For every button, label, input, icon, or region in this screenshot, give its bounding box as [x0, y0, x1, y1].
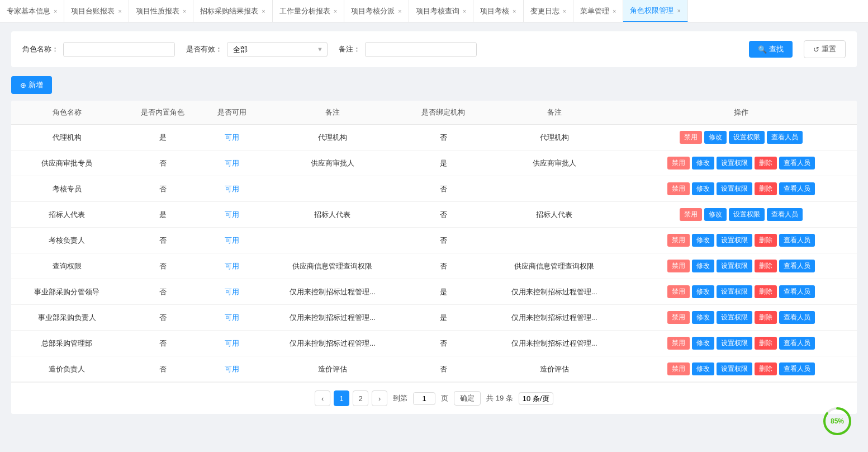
action-btn-设置权限-3[interactable]: 设置权限 [729, 208, 765, 221]
action-btn-禁用-8[interactable]: 禁用 [667, 337, 690, 350]
action-btn-修改-3[interactable]: 修改 [704, 208, 727, 221]
action-btn-设置权限-9[interactable]: 设置权限 [717, 362, 752, 375]
action-btn-禁用-2[interactable]: 禁用 [667, 182, 690, 195]
tab-item-7[interactable]: 项目考核× [473, 0, 523, 22]
effective-select[interactable]: 全部 是 否 [227, 42, 328, 57]
action-btn-查看人员-9[interactable]: 查看人员 [779, 362, 815, 375]
action-btn-设置权限-1[interactable]: 设置权限 [717, 157, 752, 170]
tab-item-2[interactable]: 项目性质报表× [129, 0, 193, 22]
action-btn-查看人员-4[interactable]: 查看人员 [779, 234, 815, 247]
close-icon-6[interactable]: × [463, 8, 466, 15]
action-btn-禁用-6[interactable]: 禁用 [667, 285, 690, 298]
action-btn-删除-8[interactable]: 删除 [755, 337, 777, 350]
tab-item-4[interactable]: 工作量分析报表× [273, 0, 344, 22]
action-btn-设置权限-5[interactable]: 设置权限 [717, 260, 752, 272]
remark-input[interactable] [365, 42, 477, 57]
close-icon-7[interactable]: × [513, 8, 516, 15]
action-btn-设置权限-7[interactable]: 设置权限 [717, 311, 752, 324]
col-header-2: 是否可用 [203, 101, 262, 125]
close-icon-1[interactable]: × [118, 8, 121, 15]
action-btn-查看人员-8[interactable]: 查看人员 [779, 337, 815, 350]
cell-6-4: 是 [404, 279, 483, 305]
action-btn-查看人员-2[interactable]: 查看人员 [779, 182, 815, 195]
tab-item-0[interactable]: 专家基本信息× [0, 0, 64, 22]
tab-item-1[interactable]: 项目台账报表× [64, 0, 129, 22]
action-btn-删除-1[interactable]: 删除 [755, 157, 777, 170]
reset-button[interactable]: ↺ 重置 [804, 40, 846, 58]
pagination: ‹ 1 2 › 到第 页 确定 共 19 条 10 条/页 20 条/页 50 … [11, 382, 857, 414]
col-header-1: 是否内置角色 [123, 101, 203, 125]
action-btn-修改-0[interactable]: 修改 [704, 131, 727, 144]
action-btn-禁用-7[interactable]: 禁用 [667, 311, 690, 324]
action-btn-禁用-3[interactable]: 禁用 [680, 208, 702, 221]
action-btn-删除-4[interactable]: 删除 [755, 234, 777, 247]
action-btn-删除-2[interactable]: 删除 [755, 182, 777, 195]
add-button[interactable]: ⊕ 新增 [11, 76, 52, 94]
close-icon-4[interactable]: × [334, 8, 337, 15]
action-btn-修改-5[interactable]: 修改 [692, 260, 714, 272]
action-btn-禁用-0[interactable]: 禁用 [680, 131, 702, 144]
cell-5-2: 可用 [203, 253, 262, 279]
next-page-button[interactable]: › [372, 390, 387, 406]
page-2-button[interactable]: 2 [353, 390, 368, 406]
action-btns-8: 禁用修改设置权限删除查看人员 [630, 337, 851, 350]
action-btn-禁用-5[interactable]: 禁用 [667, 260, 690, 272]
search-button[interactable]: 🔍 查找 [749, 41, 793, 58]
action-btn-设置权限-6[interactable]: 设置权限 [717, 285, 752, 298]
action-btn-修改-8[interactable]: 修改 [692, 337, 714, 350]
tab-label-3: 招标采购结果报表 [200, 6, 258, 16]
action-btn-删除-5[interactable]: 删除 [755, 260, 777, 272]
goto-confirm-button[interactable]: 确定 [454, 391, 481, 406]
action-btn-查看人员-1[interactable]: 查看人员 [779, 157, 815, 170]
close-icon-9[interactable]: × [613, 8, 616, 15]
close-icon-5[interactable]: × [398, 8, 401, 15]
cell-0-5: 代理机构 [483, 125, 625, 150]
tab-item-8[interactable]: 变更日志× [524, 0, 573, 22]
cell-4-2: 可用 [203, 228, 262, 253]
role-name-input[interactable] [63, 42, 175, 57]
action-btn-设置权限-8[interactable]: 设置权限 [717, 337, 752, 350]
action-btn-修改-9[interactable]: 修改 [692, 362, 714, 375]
action-cell-4: 禁用修改设置权限删除查看人员 [625, 228, 857, 253]
page-goto-input[interactable] [413, 392, 435, 405]
action-btn-查看人员-6[interactable]: 查看人员 [779, 285, 815, 298]
action-btn-删除-9[interactable]: 删除 [755, 362, 777, 375]
cell-7-5: 仅用来控制招标过程管理... [483, 305, 625, 331]
close-icon-2[interactable]: × [183, 8, 186, 15]
action-btn-删除-6[interactable]: 删除 [755, 285, 777, 298]
action-btn-修改-6[interactable]: 修改 [692, 285, 714, 298]
tab-item-9[interactable]: 菜单管理× [573, 0, 623, 22]
action-btn-禁用-4[interactable]: 禁用 [667, 234, 690, 247]
close-icon-8[interactable]: × [563, 8, 566, 15]
action-cell-7: 禁用修改设置权限删除查看人员 [625, 305, 857, 331]
action-btn-查看人员-7[interactable]: 查看人员 [779, 311, 815, 324]
action-btn-修改-1[interactable]: 修改 [692, 157, 714, 170]
action-btn-修改-4[interactable]: 修改 [692, 234, 714, 247]
action-btn-修改-7[interactable]: 修改 [692, 311, 714, 324]
action-btn-查看人员-3[interactable]: 查看人员 [767, 208, 803, 221]
action-btn-设置权限-0[interactable]: 设置权限 [729, 131, 765, 144]
page-1-button[interactable]: 1 [334, 390, 349, 406]
action-btn-删除-7[interactable]: 删除 [755, 311, 777, 324]
cell-2-5 [483, 176, 625, 202]
tab-item-5[interactable]: 项目考核分派× [344, 0, 409, 22]
per-page-select[interactable]: 10 条/页 20 条/页 50 条/页 [519, 392, 553, 405]
action-btn-查看人员-0[interactable]: 查看人员 [767, 131, 803, 144]
action-btn-禁用-9[interactable]: 禁用 [667, 362, 690, 375]
cell-6-0: 事业部采购分管领导 [11, 279, 123, 305]
data-table-container: 角色名称是否内置角色是否可用备注是否绑定机构备注操作 代理机构是可用代理机构否代… [11, 101, 857, 414]
tab-item-10[interactable]: 角色权限管理× [623, 0, 687, 22]
cell-8-4: 否 [404, 331, 483, 356]
close-icon-0[interactable]: × [54, 8, 57, 15]
prev-page-button[interactable]: ‹ [315, 390, 330, 406]
plus-icon: ⊕ [20, 81, 26, 90]
action-btn-设置权限-4[interactable]: 设置权限 [717, 234, 752, 247]
close-icon-10[interactable]: × [677, 7, 680, 14]
tab-item-6[interactable]: 项目考核查询× [409, 0, 473, 22]
tab-item-3[interactable]: 招标采购结果报表× [193, 0, 272, 22]
action-btn-修改-2[interactable]: 修改 [692, 182, 714, 195]
action-btn-查看人员-5[interactable]: 查看人员 [779, 260, 815, 272]
action-btn-设置权限-2[interactable]: 设置权限 [717, 182, 752, 195]
close-icon-3[interactable]: × [262, 8, 265, 15]
action-btn-禁用-1[interactable]: 禁用 [667, 157, 690, 170]
